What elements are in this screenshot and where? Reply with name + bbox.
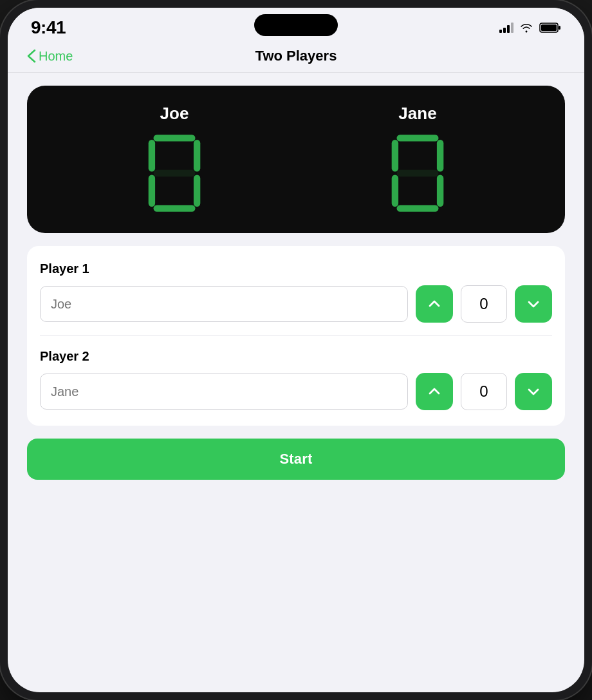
svg-rect-1 [541,24,557,31]
status-icons [499,22,561,33]
score-player1-name: Joe [160,104,189,124]
signal-icon [499,23,513,33]
chevron-up-icon [425,383,443,401]
score-player2-name: Jane [398,104,436,124]
back-button[interactable]: Home [27,49,73,64]
score-player2-digit [385,131,450,215]
player2-score-display: 0 [461,373,507,410]
score-player1-digit [142,131,207,215]
player2-name-input[interactable] [40,374,408,410]
svg-rect-9 [154,205,196,211]
main-content: Joe [8,73,584,692]
svg-rect-11 [392,140,398,171]
nav-bar: Home Two Players [8,43,584,73]
score-player-2: Jane [385,104,450,215]
player1-decrement-button[interactable] [515,285,552,323]
controls-card: Player 1 0 [27,246,565,426]
player1-label: Player 1 [40,261,552,276]
back-label: Home [39,49,73,64]
player2-label: Player 2 [40,349,552,364]
player1-name-input[interactable] [40,286,408,322]
player2-section: Player 2 0 [40,336,552,410]
svg-rect-5 [194,140,200,171]
wifi-icon [520,23,533,33]
svg-rect-14 [392,175,398,207]
svg-rect-16 [397,205,439,211]
dynamic-island [254,14,338,36]
svg-rect-4 [149,140,155,171]
score-player-1: Joe [142,104,207,215]
svg-rect-10 [397,135,439,141]
svg-rect-7 [149,175,155,207]
svg-rect-3 [154,135,196,141]
player1-score-display: 0 [461,285,507,323]
svg-rect-15 [437,175,443,207]
svg-point-17 [426,296,443,312]
chevron-down-icon [524,383,542,401]
svg-rect-2 [559,26,560,30]
player2-decrement-button[interactable] [515,373,552,410]
chevron-up-icon [425,295,443,313]
svg-rect-8 [194,175,200,207]
player1-controls-row: 0 [40,285,552,323]
svg-rect-6 [154,170,196,176]
battery-icon [539,22,561,33]
phone-screen: 9:41 [8,8,584,692]
svg-rect-13 [397,170,439,176]
chevron-left-icon [27,49,36,63]
start-button[interactable]: Start [27,439,565,480]
scoreboard: Joe [27,86,565,233]
svg-rect-12 [437,140,443,171]
player2-increment-button[interactable] [416,373,453,410]
chevron-down-icon [524,295,542,313]
nav-title: Two Players [255,48,337,64]
status-time: 9:41 [31,17,66,38]
player2-controls-row: 0 [40,373,552,410]
phone-frame: 9:41 [0,0,592,700]
player1-increment-button[interactable] [416,285,453,323]
player1-section: Player 1 0 [40,261,552,336]
